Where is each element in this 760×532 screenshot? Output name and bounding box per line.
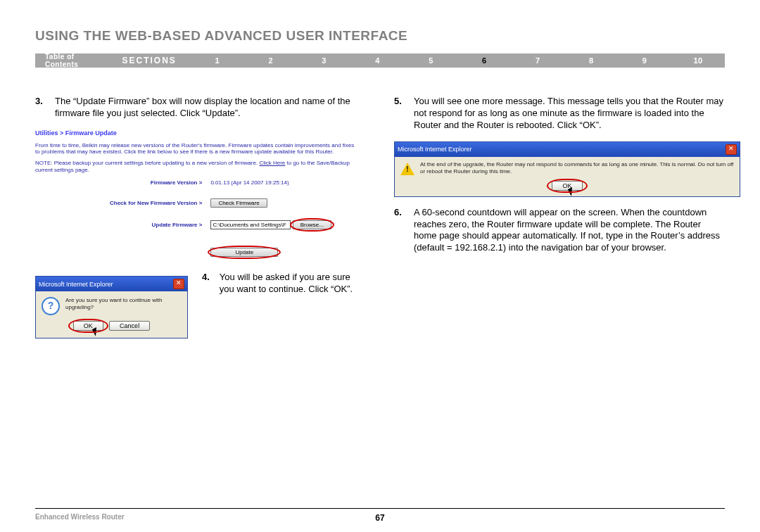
section-link-10[interactable]: 10: [671, 56, 725, 65]
check-firmware-button[interactable]: Check Firmware: [210, 198, 267, 208]
question-icon: ?: [42, 297, 60, 315]
section-link-6[interactable]: 6: [457, 56, 511, 65]
step-4-number: 4.: [202, 272, 210, 296]
browse-button[interactable]: Browse...: [293, 220, 331, 229]
step-3-number: 3.: [35, 96, 45, 120]
warning-dialog: Microsoft Internet Explorer ✕ At the end…: [394, 141, 740, 197]
close-icon[interactable]: ✕: [173, 279, 184, 289]
section-link-5[interactable]: 5: [405, 56, 458, 65]
page-number: 67: [375, 513, 384, 523]
cancel-button[interactable]: Cancel: [109, 321, 150, 331]
update-firmware-label: Update Firmware >: [106, 218, 206, 232]
step-6: 6. A 60-second countdown will appear on …: [394, 207, 725, 255]
note-paragraph: NOTE: Please backup your current setting…: [35, 160, 359, 173]
breadcrumb: Utilities > Firmware Update: [35, 129, 359, 137]
close-icon[interactable]: ✕: [726, 144, 737, 155]
sections-label: SECTIONS: [117, 56, 191, 65]
ok-button[interactable]: OK: [552, 181, 582, 191]
warning-icon: [400, 163, 414, 175]
section-link-8[interactable]: 8: [564, 56, 618, 65]
warning-message: At the end of the upgrade, the Router ma…: [420, 161, 734, 175]
step-4-text: You will be asked if you are sure you wa…: [220, 272, 366, 296]
product-name: Enhanced Wireless Router: [35, 513, 125, 521]
firmware-update-screenshot: Utilities > Firmware Update From time to…: [35, 129, 359, 259]
step-5-number: 5.: [394, 96, 404, 132]
confirm-message: Are you sure you want to continue with u…: [65, 297, 182, 311]
right-column: 5. You will see one more message. This m…: [394, 96, 725, 348]
step-6-text: A 60-second countdown will appear on the…: [414, 207, 725, 255]
note-text-a: NOTE: Please backup your current setting…: [35, 160, 259, 166]
page-title: USING THE WEB-BASED ADVANCED USER INTERF…: [35, 28, 725, 44]
step-3: 3. The “Update Firmware” box will now di…: [35, 96, 366, 120]
section-link-4[interactable]: 4: [351, 56, 405, 65]
section-link-9[interactable]: 9: [618, 56, 671, 65]
confirm-dialog: Microsoft Internet Explorer ✕ ? Are you …: [35, 276, 188, 338]
firmware-version-label: Firmware Version >: [106, 177, 206, 188]
update-button[interactable]: Update: [210, 248, 278, 257]
dialog-title: Microsoft Internet Explorer: [398, 146, 472, 153]
step-4: 4. You will be asked if you are sure you…: [202, 272, 366, 296]
intro-paragraph: From time to time, Belkin may release ne…: [35, 142, 359, 156]
section-link-3[interactable]: 3: [298, 56, 351, 65]
section-link-2[interactable]: 2: [244, 56, 298, 65]
firmware-version-value: 0.01.13 (Apr 14 2007 19:25:14): [206, 177, 336, 188]
page-footer: Enhanced Wireless Router 67: [35, 508, 725, 521]
ok-button[interactable]: OK: [73, 321, 103, 331]
left-column: 3. The “Update Firmware” box will now di…: [35, 96, 366, 348]
section-link-7[interactable]: 7: [511, 56, 564, 65]
section-link-1[interactable]: 1: [191, 56, 244, 65]
step-6-number: 6.: [394, 207, 404, 255]
toc-link[interactable]: Table of Contents: [35, 53, 117, 68]
step-5: 5. You will see one more message. This m…: [394, 96, 725, 132]
step-3-text: The “Update Firmware” box will now displ…: [55, 96, 366, 120]
dialog-title: Microsoft Internet Explorer: [39, 281, 113, 288]
section-nav: Table of Contents SECTIONS 1 2 3 4 5 6 7…: [35, 53, 725, 68]
click-here-link[interactable]: Click Here: [259, 160, 285, 166]
check-firmware-label: Check for New Firmware Version >: [106, 196, 206, 210]
step-5-text: You will see one more message. This mess…: [414, 96, 725, 132]
firmware-path-input[interactable]: [210, 220, 291, 229]
